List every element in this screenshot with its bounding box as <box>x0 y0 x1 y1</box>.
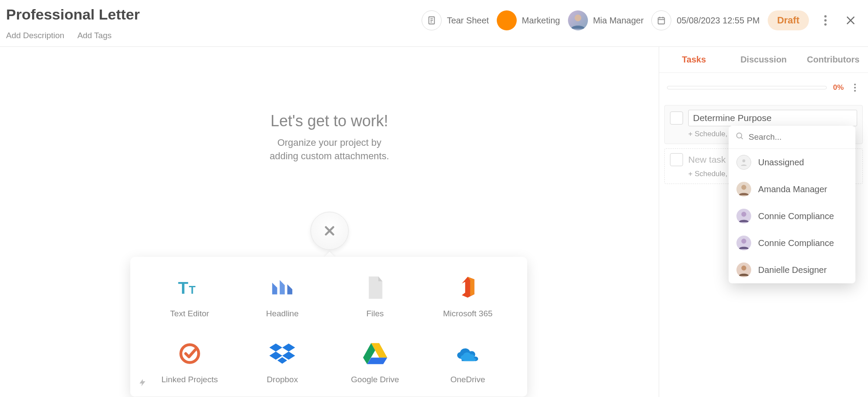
datetime-label: 05/08/2023 12:55 PM <box>677 16 759 26</box>
task-checkbox[interactable] <box>670 153 683 166</box>
avatar-icon <box>736 262 751 277</box>
manager-label: Mia Manager <box>593 16 644 26</box>
tasks-more-button[interactable] <box>850 79 860 96</box>
assignee-option-label: Danielle Designer <box>758 265 827 275</box>
assignee-search-row <box>729 126 855 149</box>
progress-percent: 0% <box>833 83 844 92</box>
svg-text:T: T <box>178 279 188 297</box>
sidebar: Tasks Discussion Contributors 0% + Sched… <box>659 47 868 397</box>
attachment-grid: TT Text Editor Headline Files <box>143 274 514 384</box>
empty-subtitle-line2: adding custom attachments. <box>270 150 389 163</box>
tab-tasks[interactable]: Tasks <box>659 47 729 72</box>
marketing-avatar-icon <box>497 10 517 30</box>
attachment-label: OneDrive <box>450 375 485 384</box>
tab-contributors[interactable]: Contributors <box>799 47 868 72</box>
google-drive-icon <box>362 340 389 367</box>
manager-avatar-icon <box>568 10 588 30</box>
svg-point-26 <box>741 212 746 217</box>
attachment-ms365[interactable]: Microsoft 365 <box>422 274 515 318</box>
assignee-option-unassigned[interactable]: Unassigned <box>729 149 855 176</box>
assignee-dropdown: Unassigned Amanda Manager Connie Complia… <box>729 126 855 283</box>
svg-rect-5 <box>658 18 665 24</box>
main: Let's get to work! Organize your project… <box>0 47 868 397</box>
assignee-option-label: Connie Compliance <box>758 211 834 221</box>
attachment-label: Headline <box>266 309 299 318</box>
marketing-chip[interactable]: Marketing <box>497 10 560 30</box>
assignee-option-label: Connie Compliance <box>758 238 834 248</box>
assignee-option[interactable]: Connie Compliance <box>729 230 855 256</box>
assignee-option[interactable]: Danielle Designer <box>729 256 855 283</box>
svg-line-23 <box>741 138 743 139</box>
empty-subtitle-line1: Organize your project by <box>270 136 389 150</box>
attachment-label: Linked Projects <box>162 375 218 384</box>
marketing-label: Marketing <box>522 16 560 26</box>
svg-point-18 <box>181 345 198 362</box>
tear-sheet-icon <box>422 10 442 30</box>
svg-point-25 <box>741 185 746 190</box>
avatar-icon <box>736 209 751 223</box>
manager-chip[interactable]: Mia Manager <box>568 10 644 30</box>
close-button[interactable] <box>842 12 859 29</box>
task-schedule-link[interactable]: + Schedule, <box>688 170 727 178</box>
task-row <box>670 110 857 126</box>
svg-point-9 <box>824 15 826 17</box>
svg-point-27 <box>741 239 746 243</box>
headline-icon <box>269 274 296 301</box>
onedrive-icon <box>454 340 481 367</box>
attachment-label: Microsoft 365 <box>443 309 492 318</box>
status-badge[interactable]: Draft <box>768 10 809 30</box>
attachment-dropbox[interactable]: Dropbox <box>236 340 329 384</box>
assignee-search-input[interactable] <box>749 132 848 142</box>
attachment-onedrive[interactable]: OneDrive <box>422 340 515 384</box>
task-title-input[interactable] <box>688 110 857 126</box>
progress-row: 0% <box>659 73 868 101</box>
attachment-label: Dropbox <box>267 375 298 384</box>
files-icon <box>362 274 389 301</box>
task-schedule-link[interactable]: + Schedule, <box>688 130 727 138</box>
assignee-option[interactable]: Connie Compliance <box>729 203 855 230</box>
svg-point-22 <box>737 133 742 138</box>
page-title: Professional Letter <box>6 6 140 23</box>
more-menu-button[interactable] <box>817 12 834 29</box>
svg-point-28 <box>741 266 746 270</box>
tab-discussion[interactable]: Discussion <box>729 47 798 72</box>
progress-bar <box>667 86 827 89</box>
attachment-headline[interactable]: Headline <box>236 274 329 318</box>
svg-point-4 <box>574 15 581 21</box>
svg-point-20 <box>854 87 856 89</box>
svg-point-19 <box>854 84 856 85</box>
svg-point-24 <box>743 159 746 162</box>
assignee-option-label: Unassigned <box>758 157 804 167</box>
empty-title: Let's get to work! <box>270 112 389 130</box>
empty-state: Let's get to work! Organize your project… <box>270 112 389 163</box>
assignee-option[interactable]: Amanda Manager <box>729 176 855 203</box>
tear-sheet-chip[interactable]: Tear Sheet <box>422 10 489 30</box>
add-description-link[interactable]: Add Description <box>6 31 64 40</box>
attachment-label: Google Drive <box>351 375 399 384</box>
attachment-label: Text Editor <box>170 309 209 318</box>
meta-links: Add Description Add Tags <box>6 31 140 40</box>
attachment-text-editor[interactable]: TT Text Editor <box>143 274 236 318</box>
search-icon <box>736 132 744 142</box>
avatar-icon <box>736 182 751 197</box>
attachment-google-drive[interactable]: Google Drive <box>329 340 422 384</box>
dropbox-icon <box>269 340 296 367</box>
attachment-label: Files <box>366 309 384 318</box>
add-tags-link[interactable]: Add Tags <box>77 31 112 40</box>
datetime-chip[interactable]: 05/08/2023 12:55 PM <box>651 10 759 30</box>
canvas: Let's get to work! Organize your project… <box>0 47 659 397</box>
header-right: Tear Sheet Marketing Mia Manager 05/08/2… <box>422 6 859 30</box>
tear-sheet-label: Tear Sheet <box>447 16 489 26</box>
task-new-placeholder: New task <box>688 154 726 165</box>
avatar-icon <box>736 236 751 250</box>
task-checkbox[interactable] <box>670 112 683 125</box>
sidebar-tabs: Tasks Discussion Contributors <box>659 47 868 73</box>
close-attachment-picker-button[interactable] <box>310 212 349 250</box>
ms365-icon <box>454 274 481 301</box>
svg-point-10 <box>824 19 826 21</box>
attachment-files[interactable]: Files <box>329 274 422 318</box>
svg-point-21 <box>854 90 856 92</box>
svg-text:T: T <box>189 284 196 296</box>
attachment-linked-projects[interactable]: Linked Projects <box>143 340 236 384</box>
header-bar: Professional Letter Add Description Add … <box>0 0 868 47</box>
